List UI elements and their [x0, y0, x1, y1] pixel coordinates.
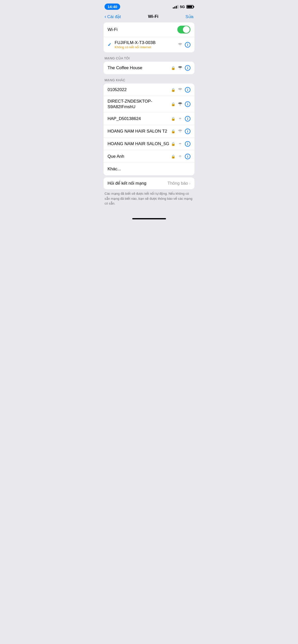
- network-name-5: Que Anh: [108, 154, 124, 159]
- network-row-3[interactable]: HOANG NAM HAIR SALON T2 🔒 i: [104, 125, 194, 138]
- other-networks-card: 01052022 🔒 i DIRECT-ZNDESKTOP-S9A82IFm: [104, 84, 194, 175]
- other-networks-row[interactable]: Khác...: [104, 163, 194, 175]
- connected-network-row: ✓ FUJIFILM-X-T3-003B Không có kết nối in…: [104, 37, 194, 52]
- other-networks-label-text: Khác...: [108, 167, 121, 172]
- my-network-card: The Coffee House 🔒 i: [104, 62, 194, 74]
- wifi-icon-5: [178, 154, 182, 159]
- wifi-icon-3: [178, 129, 182, 134]
- nav-bar: ‹ Cài đặt Wi-Fi Sửa: [100, 12, 198, 22]
- battery-icon: [186, 5, 193, 9]
- other-networks-label: MẠNG KHÁC: [100, 76, 198, 84]
- lock-icon-2: 🔒: [171, 117, 175, 121]
- network-info-button-2[interactable]: i: [185, 116, 190, 122]
- my-network-section-label: MẠNG CỦA TÔI: [100, 54, 198, 62]
- wifi-toggle-section: Wi-Fi ✓ FUJIFILM-X-T3-003B Không có kết …: [100, 22, 198, 52]
- lock-icon-1: 🔒: [171, 102, 175, 106]
- connected-network-right: i: [178, 42, 190, 48]
- home-indicator: [132, 218, 166, 219]
- content: Wi-Fi ✓ FUJIFILM-X-T3-003B Không có kết …: [100, 22, 198, 215]
- status-right: 5G: [173, 5, 193, 9]
- network-info-button-3[interactable]: i: [185, 129, 190, 134]
- chevron-right-icon: ›: [189, 181, 190, 186]
- lock-icon-5: 🔒: [171, 154, 175, 158]
- network-row-1[interactable]: DIRECT-ZNDESKTOP-S9A82IFmshU 🔒 i: [104, 96, 194, 112]
- checkmark-icon: ✓: [108, 42, 113, 48]
- connected-network-subtitle: Không có kết nối internet: [115, 45, 155, 49]
- wifi-toggle-card: Wi-Fi ✓ FUJIFILM-X-T3-003B Không có kết …: [104, 22, 194, 52]
- ask-row[interactable]: Hỏi để kết nối mạng Thông báo ›: [104, 177, 194, 189]
- ask-value-text: Thông báo: [168, 181, 188, 186]
- chevron-left-icon: ‹: [105, 14, 106, 19]
- my-network-name: The Coffee House: [108, 65, 142, 70]
- ask-section: Hỏi để kết nối mạng Thông báo › Các mạng…: [100, 177, 198, 208]
- no-internet-wifi-icon: [178, 43, 182, 47]
- network-icons-3: 🔒 i: [171, 129, 190, 134]
- wifi-toggle-row: Wi-Fi: [104, 22, 194, 37]
- wifi-icon-2: [178, 116, 182, 121]
- battery: [186, 5, 193, 9]
- network-row-4[interactable]: HOANG NAM HAIR SALON_5G 🔒 i: [104, 138, 194, 150]
- network-row-2[interactable]: HAP_D50138624 🔒 i: [104, 112, 194, 125]
- wifi-icon-0: [178, 88, 182, 92]
- network-icons-4: 🔒 i: [171, 141, 190, 147]
- ask-value: Thông báo ›: [168, 181, 190, 186]
- network-icons-5: 🔒 i: [171, 154, 190, 159]
- other-networks-section: MẠNG KHÁC 01052022 🔒 i: [100, 76, 198, 175]
- network-icons-2: 🔒 i: [171, 116, 190, 122]
- connected-network-info: FUJIFILM-X-T3-003B Không có kết nối inte…: [115, 40, 155, 49]
- lock-icon-4: 🔒: [171, 142, 175, 146]
- page-title: Wi-Fi: [148, 14, 158, 19]
- toggle-knob: [183, 26, 190, 33]
- wifi-icon-my: [178, 66, 182, 70]
- network-icons-0: 🔒 i: [171, 87, 190, 93]
- connected-network-name: FUJIFILM-X-T3-003B: [115, 40, 155, 45]
- network-info-button-0[interactable]: i: [185, 87, 190, 93]
- my-network-row[interactable]: The Coffee House 🔒 i: [104, 62, 194, 74]
- battery-fill: [187, 6, 192, 8]
- back-label: Cài đặt: [107, 14, 121, 19]
- connected-network-info-button[interactable]: i: [185, 42, 190, 48]
- network-info-button-1[interactable]: i: [185, 101, 190, 107]
- network-name-1: DIRECT-ZNDESKTOP-S9A82IFmshU: [108, 99, 152, 110]
- ask-description: Các mạng đã biết sẽ được kết nối tự động…: [100, 189, 198, 208]
- network-row-5[interactable]: Que Anh 🔒 i: [104, 150, 194, 163]
- my-network-section: MẠNG CỦA TÔI The Coffee House 🔒 i: [100, 54, 198, 74]
- network-type: 5G: [180, 5, 185, 9]
- wifi-toggle[interactable]: [177, 26, 190, 33]
- network-name-2: HAP_D50138624: [108, 116, 141, 121]
- my-network-info-button[interactable]: i: [185, 65, 190, 71]
- network-name-4: HOANG NAM HAIR SALON_5G: [108, 141, 169, 146]
- wifi-icon-1: [178, 102, 182, 106]
- network-icons-1: 🔒 i: [171, 101, 190, 107]
- network-name-3: HOANG NAM HAIR SALON T2: [108, 129, 167, 134]
- edit-button[interactable]: Sửa: [185, 14, 193, 19]
- network-row-0[interactable]: 01052022 🔒 i: [104, 84, 194, 96]
- network-name-0: 01052022: [108, 87, 127, 92]
- lock-icon-3: 🔒: [171, 129, 175, 133]
- signal-bars: [173, 5, 178, 9]
- wifi-label: Wi-Fi: [108, 27, 118, 32]
- lock-icon-my: 🔒: [171, 66, 175, 70]
- network-info-button-4[interactable]: i: [185, 141, 190, 147]
- ask-label: Hỏi để kết nối mạng: [108, 181, 146, 186]
- status-bar: 14:40 5G: [100, 0, 198, 12]
- network-info-button-5[interactable]: i: [185, 154, 190, 159]
- my-network-icons: 🔒 i: [171, 65, 190, 71]
- connected-network-left: ✓ FUJIFILM-X-T3-003B Không có kết nối in…: [108, 40, 178, 49]
- wifi-icon-4: [178, 142, 182, 146]
- lock-icon-0: 🔒: [171, 88, 175, 92]
- status-time: 14:40: [105, 4, 120, 10]
- back-button[interactable]: ‹ Cài đặt: [105, 14, 121, 19]
